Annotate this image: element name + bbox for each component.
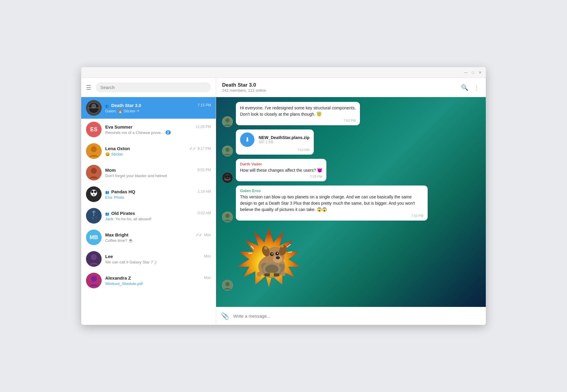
message-row: Hi everyone. I've redesigned some key st… — [222, 102, 480, 127]
sidebar-header: ☰ — [81, 78, 216, 97]
svg-point-34 — [225, 282, 230, 286]
chat-preview: Eva: Photo — [105, 195, 211, 200]
chat-name: Lee — [105, 254, 113, 259]
chat-name: Mom — [105, 168, 116, 173]
svg-point-7 — [91, 168, 97, 174]
chat-preview: Don't forget your blaster and helmet — [105, 174, 211, 178]
chat-item-pandas-hq[interactable]: 👥 Pandas HQ 1:14 AM Eva: Photo — [81, 183, 216, 205]
message-bubble: Darth Vader How will these changes affec… — [236, 159, 326, 181]
message-bubble: Hi everyone. I've redesigned some key st… — [236, 102, 360, 125]
double-check-icon: ✓✓ — [189, 146, 196, 151]
message-time: 7:52 PM — [240, 148, 310, 152]
chat-name: 👥 Pandas HQ — [105, 189, 135, 194]
chat-item-max-bright[interactable]: MB Max Bright ✓✓ Mon Coffee time? ☕ — [81, 227, 216, 248]
chat-time: Mon — [204, 254, 211, 258]
svg-point-30 — [228, 176, 230, 177]
group-icon: 👥 — [105, 190, 109, 194]
chat-item-eva-summer[interactable]: ES Eva Summer 11:28 PM Reminds me of a C… — [81, 119, 216, 140]
maximize-button[interactable]: □ — [471, 70, 475, 75]
chat-time: 8:02 PM — [197, 168, 211, 172]
sticker-row — [222, 225, 480, 291]
chat-item-death-star[interactable]: 👥 Death Star 3.0 7:15 PM Galen: 🔥 Sticke… — [81, 97, 216, 119]
chat-name: Alexandra Z — [105, 275, 131, 281]
message-time: 7:53 PM — [240, 214, 423, 218]
svg-rect-16 — [94, 210, 94, 216]
svg-point-53 — [281, 271, 286, 276]
svg-rect-51 — [270, 273, 274, 277]
chat-panel: Death Star 3.0 242 members, 112 online 🔍… — [216, 78, 486, 325]
avatar — [86, 143, 102, 159]
chat-name: 👥 Old Pirates — [105, 211, 135, 216]
search-icon[interactable]: 🔍 — [461, 84, 468, 91]
avatar — [86, 186, 102, 202]
chat-item-alexandra-z[interactable]: Alexandra Z Mon Workout_Shedule.pdf — [81, 270, 216, 291]
chat-name: Lena Oxton — [105, 146, 130, 151]
group-icon: 👥 — [105, 104, 109, 108]
search-input[interactable] — [100, 85, 206, 90]
chat-info: Lena Oxton ✓✓ 9:17 PM 😄 Sticker — [105, 146, 211, 156]
more-options-icon[interactable]: ⋮ — [474, 84, 480, 91]
svg-point-2 — [92, 104, 96, 108]
svg-point-18 — [91, 254, 97, 260]
message-row: Galen Erso This version can blow up two … — [222, 186, 480, 222]
file-message-bubble: ⬇ NEW_DeathStar.plans.zip 387.1 KB 7:52 … — [236, 129, 314, 155]
chat-item-lena-oxton[interactable]: Lena Oxton ✓✓ 9:17 PM 😄 Sticker — [81, 140, 216, 162]
avatar: ES — [86, 122, 102, 137]
svg-point-58 — [264, 247, 267, 250]
chat-time: ✓✓ Mon — [196, 233, 211, 237]
message-avatar — [222, 280, 233, 291]
chat-time: 0:02 AM — [198, 211, 211, 215]
close-button[interactable]: ✕ — [478, 70, 482, 75]
message-avatar — [222, 116, 233, 127]
chat-info: Mom 8:02 PM Don't forget your blaster an… — [105, 168, 211, 178]
svg-point-5 — [91, 146, 97, 152]
chat-time: 7:15 PM — [197, 103, 211, 107]
chat-preview: We can call it Galaxy Star 7 ;) — [105, 260, 211, 264]
chat-item-mom[interactable]: Mom 8:02 PM Don't forget your blaster an… — [81, 162, 216, 183]
svg-point-32 — [225, 214, 230, 218]
download-icon[interactable]: ⬇ — [240, 132, 254, 147]
chat-info: Alexandra Z Mon Workout_Shedule.pdf — [105, 275, 211, 286]
chat-preview: Coffee time? ☕ — [105, 238, 211, 243]
pin-icon: ✈ — [137, 109, 140, 113]
search-bar[interactable] — [96, 82, 211, 92]
svg-point-11 — [94, 191, 96, 193]
avatar — [86, 273, 102, 288]
chat-name: 👥 Death Star 3.0 — [105, 103, 141, 108]
chat-time: Mon — [204, 276, 211, 280]
message-sender: Darth Vader — [240, 162, 322, 166]
chat-item-lee[interactable]: Lee Mon We can call it Galaxy Star 7 ;) — [81, 248, 216, 270]
file-name: NEW_DeathStar.plans.zip — [259, 135, 310, 140]
chat-info: 👥 Old Pirates 0:02 AM Jack: Yo-ho-ho, al… — [105, 211, 211, 221]
svg-point-39 — [276, 256, 280, 259]
svg-point-29 — [225, 176, 227, 177]
svg-point-20 — [91, 276, 97, 282]
group-icon: 👥 — [105, 212, 109, 215]
chat-item-old-pirates[interactable]: 👥 Old Pirates 0:02 AM Jack: Yo-ho-ho, al… — [81, 205, 216, 227]
message-text: Hi everyone. I've redesigned some key st… — [240, 105, 356, 117]
sticker-image — [236, 225, 302, 291]
message-avatar — [222, 146, 233, 156]
svg-point-10 — [91, 191, 94, 193]
attach-icon[interactable]: 📎 — [221, 312, 229, 320]
chat-preview: Workout_Shedule.pdf — [105, 281, 211, 286]
minimize-button[interactable]: — — [464, 70, 468, 75]
avatar — [86, 251, 102, 267]
chat-preview: Reminds me of a Chinese prove... 2 — [105, 130, 211, 135]
message-text: How will these changes affect the users?… — [240, 167, 322, 174]
svg-point-22 — [225, 118, 230, 123]
titlebar: — □ ✕ — [81, 67, 486, 78]
message-row: ⬇ NEW_DeathStar.plans.zip 387.1 KB 7:52 … — [222, 129, 480, 156]
svg-point-24 — [225, 148, 230, 152]
hamburger-icon[interactable]: ☰ — [86, 84, 91, 91]
message-time: 7:52 PM — [240, 119, 356, 122]
chat-preview: 😄 Sticker — [105, 152, 211, 156]
chat-info: Eva Summer 11:28 PM Reminds me of a Chin… — [105, 124, 211, 135]
chat-title: Death Star 3.0 — [222, 82, 266, 88]
avatar — [86, 100, 102, 116]
chat-info: 👥 Death Star 3.0 7:15 PM Galen: 🔥 Sticke… — [105, 103, 211, 113]
message-input[interactable] — [233, 313, 481, 319]
unread-badge: 2 — [165, 130, 171, 135]
file-info: NEW_DeathStar.plans.zip 387.1 KB — [259, 135, 310, 144]
svg-rect-28 — [225, 178, 230, 179]
